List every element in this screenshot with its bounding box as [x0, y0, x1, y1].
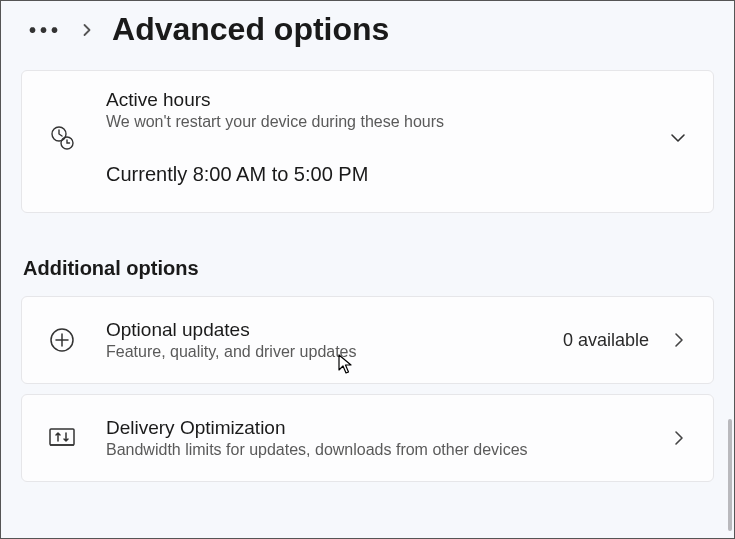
- active-hours-title: Active hours: [106, 89, 639, 111]
- svg-rect-3: [50, 429, 74, 445]
- chevron-right-icon: [671, 332, 687, 348]
- active-hours-icon: [48, 124, 76, 152]
- optional-updates-title: Optional updates: [106, 319, 533, 341]
- delivery-optimization-title: Delivery Optimization: [106, 417, 641, 439]
- optional-updates-count: 0 available: [563, 330, 649, 351]
- optional-updates-card[interactable]: Optional updates Feature, quality, and d…: [21, 296, 714, 384]
- additional-options-heading: Additional options: [23, 257, 714, 280]
- delivery-optimization-card[interactable]: Delivery Optimization Bandwidth limits f…: [21, 394, 714, 482]
- chevron-down-icon: [669, 129, 687, 147]
- optional-updates-subtitle: Feature, quality, and driver updates: [106, 343, 533, 361]
- scrollbar[interactable]: [728, 419, 732, 531]
- active-hours-current: Currently 8:00 AM to 5:00 PM: [106, 163, 639, 186]
- more-icon[interactable]: •••: [29, 20, 62, 40]
- breadcrumb-chevron-icon: [80, 23, 94, 37]
- plus-circle-icon: [48, 327, 76, 353]
- active-hours-subtitle: We won't restart your device during thes…: [106, 113, 639, 131]
- header: ••• Advanced options: [21, 1, 714, 56]
- delivery-icon: [48, 427, 76, 449]
- chevron-right-icon: [671, 430, 687, 446]
- active-hours-card[interactable]: Active hours We won't restart your devic…: [21, 70, 714, 213]
- delivery-optimization-subtitle: Bandwidth limits for updates, downloads …: [106, 441, 641, 459]
- page-title: Advanced options: [112, 11, 389, 48]
